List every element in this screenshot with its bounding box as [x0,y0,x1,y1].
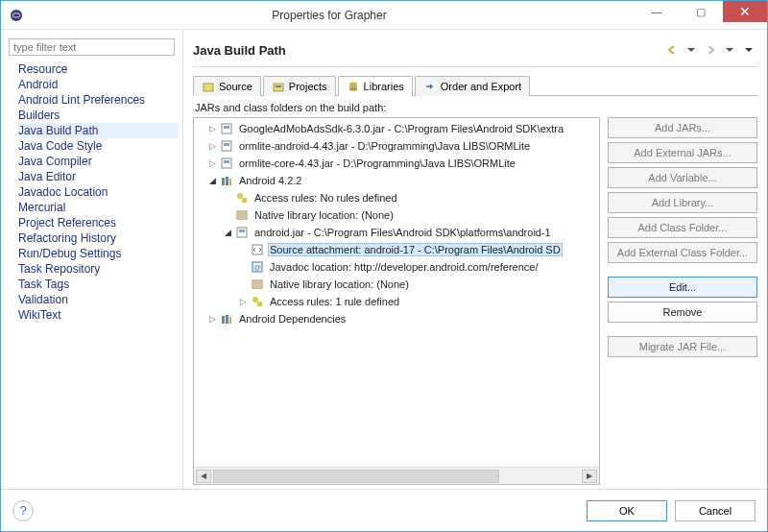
access-rules-icon [234,190,250,206]
svg-rect-27 [257,302,262,306]
tab-label: Source [219,81,252,92]
svg-rect-29 [226,315,228,324]
cancel-button[interactable]: Cancel [675,500,756,521]
category-item[interactable]: WikiText [18,307,179,323]
source-icon [250,242,265,257]
add-class-folder-button[interactable]: Add Class Folder... [608,217,757,238]
svg-rect-11 [224,143,229,146]
add-external-class-folder-button[interactable]: Add External Class Folder... [608,242,757,263]
add-external-jars-button[interactable]: Add External JARs... [608,142,757,163]
category-item[interactable]: Resource [18,61,179,77]
maximize-button[interactable]: ▢ [679,1,723,22]
category-item[interactable]: Javadoc Location [18,184,179,200]
category-sidebar: ResourceAndroidAndroid Lint PreferencesB… [1,30,183,489]
category-item[interactable]: Android [18,77,179,92]
close-button[interactable]: ✕ [723,1,767,22]
horizontal-scrollbar[interactable]: ◀ ▶ [194,467,599,484]
forward-icon[interactable] [702,41,719,59]
category-list: ResourceAndroidAndroid Lint PreferencesB… [5,61,179,485]
tree-node-library[interactable]: ◢Android 4.2.2 [194,172,599,189]
add-jars-button[interactable]: Add JARs... [608,117,757,138]
category-item[interactable]: Java Compiler [18,154,179,169]
svg-text:@: @ [253,263,261,272]
scroll-right-icon[interactable]: ▶ [582,470,597,483]
tree-node-jar[interactable]: ◢android.jar - C:\Program Files\Android … [194,224,599,241]
ok-button[interactable]: OK [587,500,667,521]
category-item[interactable]: Refactoring History [18,230,179,246]
remove-button[interactable]: Remove [608,302,757,323]
category-item[interactable]: Android Lint Preferences [18,92,179,108]
category-item[interactable]: Mercurial [18,200,179,215]
category-item[interactable]: Validation [18,292,179,307]
tree-node-source-attachment[interactable]: Source attachment: android-17 - C:\Progr… [194,241,599,258]
dropdown-icon[interactable] [721,41,738,59]
tree-node-native-lib[interactable]: Native library location: (None) [194,206,599,224]
help-icon[interactable]: ? [12,500,34,521]
titlebar: Properties for Grapher — ▢ ✕ [1,1,767,30]
tree-node-native-lib[interactable]: Native library location: (None) [194,276,599,293]
tab-label: Libraries [364,81,404,92]
tree-node-jar[interactable]: ▷ormlite-core-4.43.jar - D:\Programming\… [194,155,599,172]
javadoc-icon: @ [250,259,265,275]
jar-icon [234,225,250,240]
tab-icon [423,80,437,93]
library-icon [219,173,234,188]
menu-icon[interactable] [740,41,757,59]
add-variable-button[interactable]: Add Variable... [608,167,757,188]
svg-rect-14 [222,178,225,185]
tab-libraries[interactable]: Libraries [338,76,413,96]
category-item[interactable]: Run/Debug Settings [18,246,179,261]
svg-rect-16 [229,179,231,185]
add-library-button[interactable]: Add Library... [608,192,757,213]
tree-node-javadoc[interactable]: @Javadoc location: http://developer.andr… [194,258,599,276]
tree-node-jar[interactable]: ▷GoogleAdMobAdsSdk-6.3.0.jar - C:\Progra… [194,120,599,137]
tab-projects[interactable]: Projects [263,76,336,96]
filter-input[interactable] [9,38,175,56]
scroll-thumb[interactable] [213,470,499,483]
jar-icon [219,156,234,171]
build-path-tabs: SourceProjectsLibrariesOrder and Export [193,73,757,96]
tree-node-access-rules[interactable]: ▷Access rules: 1 rule defined [194,293,599,310]
tree-node-access-rules[interactable]: Access rules: No rules defined [194,189,599,206]
tree-node-jar[interactable]: ▷ormlite-android-4.43.jar - D:\Programmi… [194,137,599,155]
tab-icon [347,80,360,93]
native-lib-icon [234,207,250,223]
svg-point-7 [349,88,357,91]
libraries-tree[interactable]: ▷GoogleAdMobAdsSdk-6.3.0.jar - C:\Progra… [194,118,599,467]
minimize-button[interactable]: — [635,1,679,22]
category-item[interactable]: Project References [18,215,179,230]
svg-rect-21 [239,230,245,232]
svg-rect-28 [222,316,225,324]
category-item[interactable]: Task Repository [18,261,179,277]
native-lib-icon [250,277,265,292]
category-item[interactable]: Task Tags [18,277,179,292]
page-title: Java Build Path [193,43,661,58]
edit-button[interactable]: Edit... [608,277,757,298]
category-item[interactable]: Builders [18,108,179,123]
svg-rect-18 [242,198,247,203]
tab-icon [202,80,215,93]
svg-rect-9 [224,126,229,129]
tab-label: Order and Export [441,81,521,92]
tab-description: JARs and class folders on the build path… [195,102,757,113]
category-item[interactable]: Java Editor [18,169,179,184]
tree-node-library[interactable]: ▷Android Dependencies [194,310,599,327]
migrate-jar-button[interactable]: Migrate JAR File... [608,336,757,357]
tab-label: Projects [289,81,327,92]
dropdown-icon[interactable] [683,41,700,59]
category-item[interactable]: Java Build Path [18,123,179,138]
svg-rect-30 [229,317,231,324]
back-icon[interactable] [663,41,681,59]
tab-source[interactable]: Source [193,76,261,96]
access-rules-icon [250,294,265,309]
scroll-left-icon[interactable]: ◀ [196,470,211,483]
eclipse-icon [9,8,24,23]
category-item[interactable]: Java Code Style [18,138,179,154]
tab-order-and-export[interactable]: Order and Export [415,76,530,96]
svg-rect-13 [224,160,229,163]
svg-rect-4 [276,85,281,87]
svg-rect-2 [204,84,213,91]
svg-rect-15 [226,177,228,185]
window-title: Properties for Grapher [24,9,635,22]
tab-icon [272,80,285,93]
